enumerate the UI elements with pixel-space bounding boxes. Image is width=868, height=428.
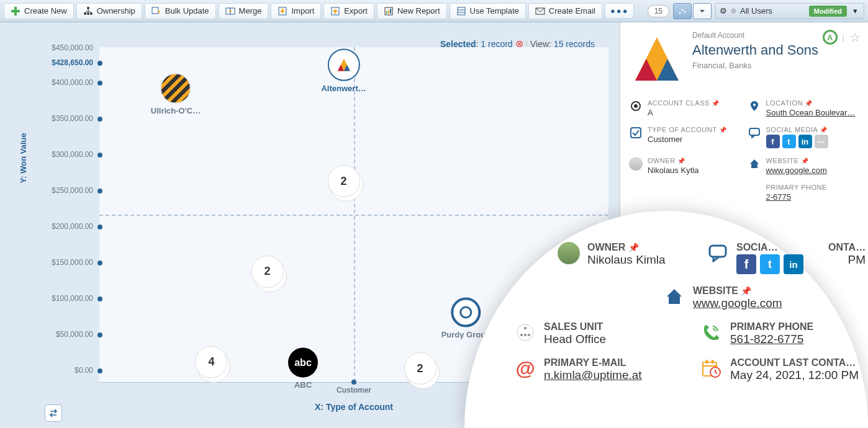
- pin-icon[interactable]: 📌: [628, 243, 639, 252]
- field-value[interactable]: www.google.com: [766, 166, 827, 175]
- bubble-purdy[interactable]: Purdy Group: [441, 298, 491, 339]
- export-button[interactable]: Export: [323, 3, 374, 19]
- twitter-icon[interactable]: t: [782, 135, 796, 148]
- pin-icon[interactable]: 📌: [719, 127, 727, 133]
- bulk-update-button[interactable]: Bulk Update: [145, 3, 216, 19]
- x-axis-label: X: Type of Account: [315, 402, 393, 412]
- report-icon: [384, 6, 394, 16]
- user-filter-panel[interactable]: ⚙ ⚙ All Users Modified ▾: [715, 3, 864, 19]
- create-email-button[interactable]: Create Email: [528, 3, 602, 19]
- target-icon: [629, 99, 643, 113]
- pin-icon[interactable]: 📌: [677, 158, 685, 164]
- svg-point-2: [87, 7, 89, 9]
- facebook-icon[interactable]: f: [736, 254, 756, 274]
- field-account-type: TYPE OF ACCOUNT 📌Customer: [629, 126, 741, 148]
- account-category: Financial, Banks: [692, 61, 818, 70]
- field-social-media: SOCIAL MEDIA 📌 f t in ⋯: [748, 126, 860, 148]
- y-tick-marker: [97, 153, 102, 158]
- svg-point-35: [524, 327, 527, 329]
- pin-icon[interactable]: 📌: [801, 158, 809, 164]
- more-actions-button[interactable]: ●●●: [605, 3, 635, 19]
- default-account-label: Default Account: [692, 31, 818, 40]
- email-icon: [535, 6, 545, 16]
- field-value: A: [648, 108, 720, 117]
- zoom-owner: OWNER 📌Nikolaus Kimla: [558, 242, 682, 274]
- zoom-last-contact-partial: ONTA… PM: [828, 242, 866, 274]
- zoom-last-contact: ACCOUNT LAST CONTA…May 24, 2021, 12:00 P…: [700, 357, 862, 382]
- field-label: WEBSITE: [766, 157, 799, 164]
- svg-point-20: [682, 9, 684, 11]
- field-value[interactable]: 2-6775: [766, 192, 827, 202]
- svg-rect-1: [11, 10, 20, 12]
- swap-axes-button[interactable]: [45, 404, 62, 422]
- svg-point-29: [634, 104, 638, 108]
- calendar-clock-icon: [700, 357, 723, 380]
- y-tick: $250,000.00: [37, 186, 93, 195]
- linkedin-icon[interactable]: in: [798, 135, 812, 148]
- modified-badge: Modified: [809, 6, 847, 17]
- chevron-down-icon[interactable]: ▾: [851, 6, 860, 16]
- bubble-altenwerth[interactable]: Altenwert…: [321, 48, 366, 92]
- ownership-label: Ownership: [97, 6, 135, 16]
- svg-rect-33: [710, 246, 726, 257]
- ownership-button[interactable]: Ownership: [76, 3, 142, 19]
- y-tick-marker: [97, 225, 102, 230]
- favorite-star-icon[interactable]: ☆: [849, 30, 861, 45]
- bubble-cluster-2c[interactable]: 2: [404, 352, 436, 385]
- zoom-website: WEBSITE 📌www.google.com: [663, 285, 825, 310]
- pin-icon[interactable]: 📌: [712, 100, 720, 107]
- bubble-count: 4: [195, 346, 227, 378]
- bubble-cluster-2a[interactable]: 2: [328, 165, 360, 197]
- field-phone-partial: PRIMARY PHONE2-6775: [748, 184, 860, 202]
- bulk-update-label: Bulk Update: [165, 6, 209, 16]
- field-location: LOCATION 📌South Ocean Boulevar…: [748, 99, 860, 117]
- svg-point-21: [684, 11, 686, 12]
- field-value[interactable]: South Ocean Boulevar…: [766, 108, 856, 117]
- bubble-count: 2: [404, 352, 436, 385]
- pin-icon[interactable]: 📌: [741, 286, 751, 296]
- field-label: ACCOUNT CLASS: [648, 99, 710, 107]
- y-tick-marker: [97, 61, 102, 66]
- svg-point-3: [84, 12, 86, 15]
- svg-rect-41: [706, 360, 708, 363]
- class-indicator-icon: A: [823, 30, 838, 45]
- new-report-button[interactable]: New Report: [377, 3, 447, 19]
- more-social-icon[interactable]: ⋯: [815, 135, 828, 148]
- chat-icon: [748, 126, 761, 140]
- y-tick-marker: [97, 296, 102, 301]
- scatter-view-button[interactable]: [673, 3, 692, 19]
- view-dropdown-button[interactable]: [693, 3, 712, 19]
- bubble-abc[interactable]: abc ABC: [288, 348, 318, 390]
- svg-rect-15: [458, 7, 465, 15]
- y-tick: $0.00: [37, 366, 93, 375]
- svg-point-5: [90, 12, 93, 15]
- field-account-class: ACCOUNT CLASS 📌A: [629, 99, 741, 117]
- use-template-button[interactable]: Use Template: [450, 3, 526, 19]
- merge-icon: [225, 6, 235, 16]
- merge-button[interactable]: Merge: [219, 3, 269, 19]
- facebook-icon[interactable]: f: [766, 135, 780, 148]
- create-new-button[interactable]: Create New: [4, 3, 74, 19]
- field-value: Nikolaus Kytla: [648, 166, 698, 175]
- y-tick: $350,000.00: [37, 114, 93, 123]
- import-button[interactable]: Import: [271, 3, 321, 19]
- bubble-cluster-4[interactable]: 4: [195, 346, 227, 378]
- bubble-label: Ullrich-O'C…: [151, 105, 201, 115]
- y-tick-marker: [97, 117, 102, 122]
- bubble-count: 2: [328, 165, 360, 197]
- bubble-ullrich[interactable]: Ullrich-O'C…: [151, 73, 201, 115]
- ullrich-logo: [161, 73, 191, 103]
- pin-icon[interactable]: 📌: [820, 127, 828, 133]
- y-tick: $450,000.00: [37, 43, 93, 52]
- linkedin-icon[interactable]: in: [784, 254, 803, 274]
- plus-icon: [11, 6, 20, 16]
- x-tick-customer: Customer: [337, 386, 371, 395]
- bubble-cluster-2b[interactable]: 2: [251, 256, 284, 288]
- hierarchy-icon: [83, 6, 93, 16]
- field-website: WEBSITE 📌www.google.com: [748, 157, 860, 175]
- twitter-icon[interactable]: t: [760, 254, 780, 274]
- y-axis-label: Y: Won Value: [19, 133, 28, 183]
- pin-icon[interactable]: 📌: [805, 100, 813, 107]
- gear-icon: ⚙: [720, 6, 727, 16]
- zoom-phone: PRIMARY PHONE561-822-6775: [700, 321, 862, 346]
